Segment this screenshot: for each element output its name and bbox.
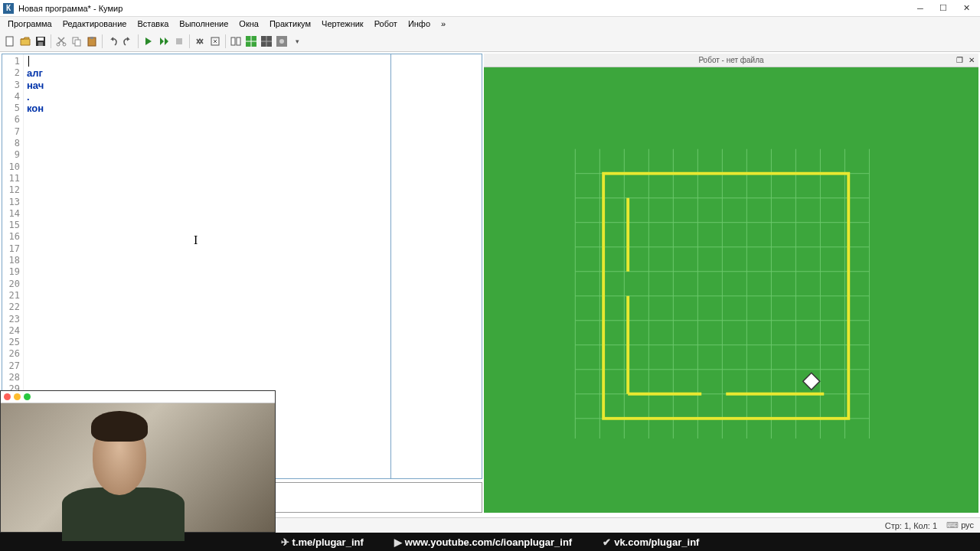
- lang-indicator[interactable]: ⌨ рус: [946, 520, 974, 530]
- code-line[interactable]: [27, 173, 387, 184]
- code-line[interactable]: [27, 114, 387, 126]
- code-line[interactable]: [27, 197, 387, 208]
- line-number: 26: [2, 348, 23, 360]
- code-line[interactable]: [27, 243, 387, 255]
- menubar: ПрограммаРедактированиеВставкаВыполнение…: [0, 17, 980, 31]
- line-number: 17: [2, 243, 23, 255]
- webcam-titlebar: [1, 391, 275, 403]
- code-line[interactable]: [27, 325, 387, 337]
- code-line[interactable]: нач: [27, 80, 387, 91]
- line-number: 8: [2, 138, 23, 149]
- line-number: 11: [2, 173, 23, 184]
- line-number: 15: [2, 220, 23, 231]
- code-line[interactable]: [27, 290, 387, 302]
- code-line[interactable]: [27, 184, 387, 196]
- code-line[interactable]: кон: [27, 103, 387, 114]
- code-line[interactable]: [27, 302, 387, 313]
- traffic-light-dot: [24, 393, 31, 400]
- menu-4[interactable]: Окна: [234, 18, 263, 29]
- line-number: 5: [2, 103, 23, 114]
- robot-detach-button[interactable]: ❐: [954, 55, 965, 66]
- mouse-cursor-icon: I: [194, 233, 198, 247]
- menu-0[interactable]: Программа: [3, 18, 57, 29]
- traffic-light-dot: [14, 393, 21, 400]
- webcam-overlay: [0, 390, 276, 533]
- social-link[interactable]: ✈t.me/plugar_inf: [281, 536, 364, 548]
- undo-button[interactable]: [106, 34, 119, 48]
- dropdown-arrow[interactable]: ▾: [290, 34, 304, 48]
- code-line[interactable]: [27, 279, 387, 290]
- menu-6[interactable]: Чертежник: [317, 18, 368, 29]
- grid-green-button[interactable]: [244, 34, 258, 48]
- cursor-position: Стр: 1, Кол: 1: [885, 521, 937, 530]
- stop-button[interactable]: [172, 34, 186, 48]
- menu-3[interactable]: Выполнение: [175, 18, 233, 29]
- line-number: 7: [2, 126, 23, 138]
- editor-side-panel: [391, 54, 482, 478]
- open-file-button[interactable]: [18, 34, 32, 48]
- code-line[interactable]: [27, 138, 387, 149]
- svg-rect-3: [38, 42, 43, 46]
- svg-rect-13: [237, 37, 240, 45]
- code-line[interactable]: .: [27, 91, 387, 103]
- code-line[interactable]: [27, 161, 387, 173]
- cut-button[interactable]: [54, 34, 68, 48]
- menu-7[interactable]: Робот: [370, 18, 402, 29]
- line-number: 6: [2, 114, 23, 126]
- line-number: 12: [2, 184, 23, 196]
- code-line[interactable]: [27, 314, 387, 325]
- code-line[interactable]: алг: [27, 67, 387, 79]
- code-line[interactable]: [27, 220, 387, 231]
- copy-button[interactable]: [70, 34, 83, 48]
- menu-2[interactable]: Вставка: [132, 18, 173, 29]
- line-number: 10: [2, 161, 23, 173]
- code-line[interactable]: [27, 360, 387, 372]
- line-number: 16: [2, 231, 23, 243]
- close-button[interactable]: ✕: [956, 2, 977, 15]
- robot-field[interactable]: [484, 67, 978, 513]
- line-number: 22: [2, 302, 23, 313]
- grid-dark-button[interactable]: [260, 34, 273, 48]
- svg-rect-46: [803, 373, 820, 390]
- save-file-button[interactable]: [34, 34, 47, 48]
- paste-button[interactable]: [85, 34, 99, 48]
- window-title: Новая программа* - Кумир: [18, 4, 910, 13]
- svg-rect-10: [176, 38, 182, 44]
- code-line[interactable]: [27, 255, 387, 266]
- code-line[interactable]: [27, 56, 387, 67]
- robot-close-button[interactable]: ✕: [966, 55, 977, 66]
- compile-button[interactable]: [208, 34, 222, 48]
- maximize-button[interactable]: ☐: [933, 2, 954, 15]
- code-line[interactable]: [27, 231, 387, 243]
- grid-config-button[interactable]: [275, 34, 289, 48]
- code-line[interactable]: [27, 149, 387, 161]
- menu-8[interactable]: Инфо: [403, 18, 435, 29]
- menu-5[interactable]: Практикум: [265, 18, 315, 29]
- run-button[interactable]: [142, 34, 155, 48]
- titlebar: К Новая программа* - Кумир ─ ☐ ✕: [0, 0, 980, 17]
- code-line[interactable]: [27, 348, 387, 360]
- code-line[interactable]: [27, 266, 387, 278]
- line-number: 4: [2, 91, 23, 103]
- social-link[interactable]: ✔vk.com/plugar_inf: [603, 536, 699, 548]
- line-number: 20: [2, 279, 23, 290]
- line-number: 28: [2, 372, 23, 383]
- line-number: 3: [2, 80, 23, 91]
- line-number: 2: [2, 67, 23, 79]
- robot-marker: [803, 373, 820, 390]
- new-file-button[interactable]: [3, 34, 17, 48]
- svg-rect-0: [6, 37, 13, 46]
- svg-point-17: [279, 39, 284, 44]
- step-button[interactable]: [157, 34, 171, 48]
- code-line[interactable]: [27, 126, 387, 138]
- minimize-button[interactable]: ─: [910, 2, 931, 15]
- split-view-button[interactable]: [229, 34, 243, 48]
- code-line[interactable]: [27, 208, 387, 220]
- redo-button[interactable]: [121, 34, 135, 48]
- code-line[interactable]: [27, 337, 387, 348]
- toggle-button[interactable]: [193, 34, 207, 48]
- code-line[interactable]: [27, 372, 387, 383]
- menu-9[interactable]: »: [436, 18, 450, 29]
- social-link[interactable]: ▶www.youtube.com/c/ioanplugar_inf: [394, 536, 572, 548]
- menu-1[interactable]: Редактирование: [58, 18, 132, 29]
